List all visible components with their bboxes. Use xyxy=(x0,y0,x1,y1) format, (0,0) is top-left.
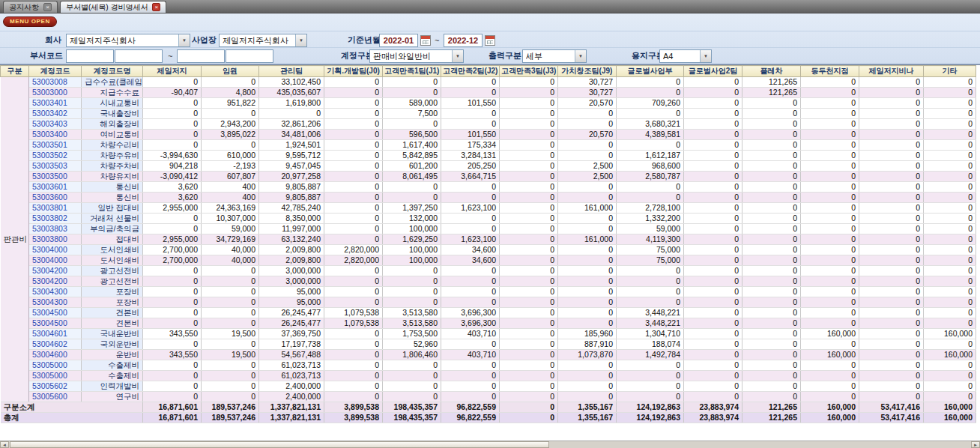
amount-cell[interactable]: 0 xyxy=(859,297,924,308)
amount-cell[interactable]: 400 xyxy=(202,193,259,203)
amount-cell[interactable]: 0 xyxy=(617,140,684,151)
amount-cell[interactable]: 0 xyxy=(742,151,801,161)
amount-cell[interactable]: 4,119,300 xyxy=(617,234,684,245)
amount-cell[interactable]: 0 xyxy=(383,266,441,276)
table-row[interactable]: 53004500견본비0026,245,4771,079,5383,513,58… xyxy=(1,308,976,318)
amount-cell[interactable]: 0 xyxy=(684,140,742,151)
amount-cell[interactable]: 0 xyxy=(924,245,976,255)
subtotal-row[interactable]: 53003600통신비3,6204009,805,88700000000000 xyxy=(1,193,976,203)
amount-cell[interactable]: 0 xyxy=(617,193,684,203)
amount-cell[interactable]: 0 xyxy=(742,234,801,245)
amount-cell[interactable]: 0 xyxy=(801,297,859,308)
amount-cell[interactable]: 2,009,800 xyxy=(259,245,324,255)
column-header[interactable]: 계정코드 xyxy=(29,66,82,77)
amount-cell[interactable]: 2,500 xyxy=(558,172,617,182)
account-code-cell[interactable]: 53003502 xyxy=(29,151,82,161)
amount-cell[interactable]: 0 xyxy=(859,130,924,140)
amount-cell[interactable]: 596,500 xyxy=(383,130,441,140)
amount-cell[interactable]: 0 xyxy=(684,350,742,360)
amount-cell[interactable]: 0 xyxy=(859,224,924,234)
amount-cell[interactable]: 0 xyxy=(617,266,684,276)
column-header[interactable]: 기타 xyxy=(924,66,976,77)
amount-cell[interactable]: 0 xyxy=(617,276,684,287)
amount-cell[interactable]: 0 xyxy=(558,308,617,318)
amount-cell[interactable]: 0 xyxy=(558,392,617,402)
column-header[interactable]: 임원 xyxy=(202,66,259,77)
amount-cell[interactable]: 0 xyxy=(684,329,742,339)
amount-cell[interactable]: 0 xyxy=(143,109,202,119)
amount-cell[interactable]: 0 xyxy=(801,360,859,371)
account-code-cell[interactable]: 53004601 xyxy=(29,329,82,339)
amount-cell[interactable]: 0 xyxy=(500,193,558,203)
amount-cell[interactable]: 0 xyxy=(383,381,441,392)
amount-cell[interactable]: 0 xyxy=(859,245,924,255)
amount-cell[interactable]: 0 xyxy=(684,297,742,308)
dept-name-from-input[interactable] xyxy=(115,49,163,63)
amount-cell[interactable]: 0 xyxy=(924,109,976,119)
amount-cell[interactable]: 0 xyxy=(801,255,859,266)
account-code-cell[interactable]: 53003800 xyxy=(29,234,82,245)
amount-cell[interactable]: 0 xyxy=(324,266,383,276)
amount-cell[interactable]: 0 xyxy=(801,161,859,172)
table-row[interactable]: 53003601통신비3,6204009,805,88700000000000 xyxy=(1,182,976,193)
amount-cell[interactable]: 9,805,887 xyxy=(259,193,324,203)
column-header[interactable]: 구분 xyxy=(1,66,29,77)
amount-cell[interactable]: 0 xyxy=(801,214,859,224)
amount-cell[interactable]: 0 xyxy=(859,88,924,98)
amount-cell[interactable]: 0 xyxy=(324,392,383,402)
amount-cell[interactable]: 0 xyxy=(859,318,924,329)
account-name-cell[interactable]: 거래처 선물비 xyxy=(82,214,143,224)
amount-cell[interactable]: 0 xyxy=(500,214,558,224)
column-header[interactable]: 글로벌사업부 xyxy=(617,66,684,77)
amount-cell[interactable]: 10,307,000 xyxy=(202,214,259,224)
account-name-cell[interactable]: 차량주차비 xyxy=(82,161,143,172)
amount-cell[interactable]: 0 xyxy=(383,287,441,297)
amount-cell[interactable]: 0 xyxy=(801,287,859,297)
amount-cell[interactable]: 0 xyxy=(324,172,383,182)
amount-cell[interactable]: 100,000 xyxy=(383,255,441,266)
amount-cell[interactable]: 0 xyxy=(383,193,441,203)
amount-cell[interactable]: 0 xyxy=(924,392,976,402)
amount-cell[interactable]: 0 xyxy=(558,276,617,287)
scroll-right-arrow-icon[interactable]: ► xyxy=(971,441,980,448)
amount-cell[interactable]: 1,623,100 xyxy=(441,234,500,245)
amount-cell[interactable]: 0 xyxy=(324,276,383,287)
amount-cell[interactable]: 175,334 xyxy=(441,140,500,151)
amount-cell[interactable]: 0 xyxy=(558,318,617,329)
table-row[interactable]: 53005602인력개발비002,400,00000000000000 xyxy=(1,381,976,392)
amount-cell[interactable]: 0 xyxy=(859,151,924,161)
column-header[interactable]: 제일저지 xyxy=(143,66,202,77)
account-code-cell[interactable]: 53003000 xyxy=(29,88,82,98)
account-code-cell[interactable]: 53003601 xyxy=(29,182,82,193)
amount-cell[interactable]: 161,000 xyxy=(558,203,617,214)
amount-cell[interactable]: 0 xyxy=(617,287,684,297)
amount-cell[interactable]: 0 xyxy=(684,224,742,234)
amount-cell[interactable]: 0 xyxy=(558,140,617,151)
amount-cell[interactable]: 0 xyxy=(324,214,383,224)
amount-cell[interactable]: 0 xyxy=(383,276,441,287)
amount-cell[interactable]: 1,753,500 xyxy=(383,329,441,339)
column-header[interactable]: 계정코드명 xyxy=(82,66,143,77)
amount-cell[interactable]: 1,397,250 xyxy=(383,203,441,214)
amount-cell[interactable]: 19,500 xyxy=(202,350,259,360)
amount-cell[interactable]: 0 xyxy=(324,287,383,297)
amount-cell[interactable]: 0 xyxy=(324,339,383,350)
amount-cell[interactable]: 0 xyxy=(742,172,801,182)
amount-cell[interactable]: -3,090,412 xyxy=(143,172,202,182)
amount-cell[interactable]: 3,513,580 xyxy=(383,318,441,329)
amount-cell[interactable]: 0 xyxy=(684,308,742,318)
amount-cell[interactable]: 0 xyxy=(500,119,558,130)
amount-cell[interactable]: 0 xyxy=(684,182,742,193)
amount-cell[interactable]: 34,600 xyxy=(441,255,500,266)
amount-cell[interactable]: 0 xyxy=(684,266,742,276)
account-name-cell[interactable]: 국내출장비 xyxy=(82,109,143,119)
amount-cell[interactable]: 0 xyxy=(324,329,383,339)
amount-cell[interactable]: 75,000 xyxy=(617,255,684,266)
amount-cell[interactable]: 0 xyxy=(742,318,801,329)
amount-cell[interactable]: 59,000 xyxy=(617,224,684,234)
account-code-cell[interactable]: 53005600 xyxy=(29,392,82,402)
amount-cell[interactable]: 0 xyxy=(924,140,976,151)
amount-cell[interactable]: 0 xyxy=(500,88,558,98)
amount-cell[interactable]: 0 xyxy=(143,287,202,297)
account-name-cell[interactable]: 국내운반비 xyxy=(82,329,143,339)
